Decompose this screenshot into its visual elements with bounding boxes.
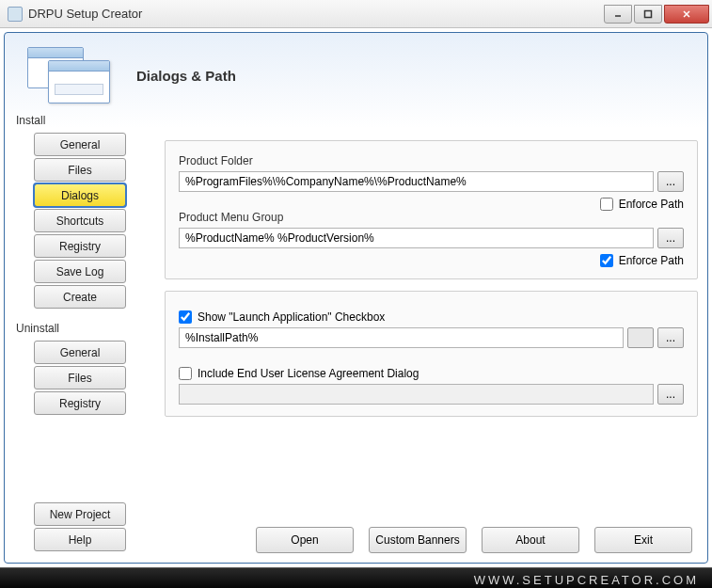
nav-install-create[interactable]: Create xyxy=(34,285,126,309)
nav-install-dialogs[interactable]: Dialogs xyxy=(34,183,126,207)
product-folder-enforce-label: Enforce Path xyxy=(619,198,684,211)
titlebar: DRPU Setup Creator xyxy=(0,0,712,28)
launch-app-path-input[interactable] xyxy=(179,327,624,348)
eula-browse[interactable]: ... xyxy=(657,384,684,405)
svg-rect-1 xyxy=(645,10,652,17)
minimize-button[interactable] xyxy=(604,5,632,24)
launch-app-picker[interactable] xyxy=(627,327,654,348)
action-exit[interactable]: Exit xyxy=(594,527,692,553)
launch-app-browse[interactable]: ... xyxy=(657,327,684,348)
nav-uninstall-general[interactable]: General xyxy=(34,341,126,364)
nav-help[interactable]: Help xyxy=(34,528,126,551)
options-panel: Show "Launch Application" Checkbox ... I… xyxy=(165,291,698,417)
install-group: Install GeneralFilesDialogsShortcutsRegi… xyxy=(14,112,146,310)
launch-app-checkbox[interactable] xyxy=(179,310,192,324)
body: Install GeneralFilesDialogsShortcutsRegi… xyxy=(14,112,698,553)
sidebar: Install GeneralFilesDialogsShortcutsRegi… xyxy=(14,112,146,553)
nav-uninstall-files[interactable]: Files xyxy=(34,366,126,389)
eula-label: Include End User License Agreement Dialo… xyxy=(198,367,419,380)
eula-checkbox[interactable] xyxy=(179,367,192,380)
maximize-button[interactable] xyxy=(634,5,662,24)
product-menu-enforce-checkbox[interactable] xyxy=(600,254,613,267)
app-icon xyxy=(8,7,23,22)
banner-windows-icon xyxy=(27,47,110,103)
page-title: Dialogs & Path xyxy=(136,68,236,84)
footer-text: WWW.SETUPCREATOR.COM xyxy=(474,573,699,587)
product-folder-browse[interactable]: ... xyxy=(657,171,684,192)
banner: Dialogs & Path xyxy=(14,39,698,112)
nav-uninstall-registry[interactable]: Registry xyxy=(34,391,126,415)
action-open[interactable]: Open xyxy=(256,527,354,553)
product-menu-input[interactable] xyxy=(179,228,654,248)
window-title: DRPU Setup Creator xyxy=(28,7,604,21)
action-bar: OpenCustom BannersAboutExit xyxy=(165,521,698,553)
nav-install-general[interactable]: General xyxy=(34,133,126,156)
content-frame: Dialogs & Path Install GeneralFilesDialo… xyxy=(4,32,708,564)
product-menu-browse[interactable]: ... xyxy=(657,228,684,248)
product-folder-label: Product Folder xyxy=(179,154,684,167)
eula-path-input xyxy=(179,384,654,405)
folders-panel: Product Folder ... Enforce Path Product … xyxy=(165,140,698,279)
main: Product Folder ... Enforce Path Product … xyxy=(165,112,698,553)
product-menu-enforce-label: Enforce Path xyxy=(619,254,684,267)
close-button[interactable] xyxy=(664,5,709,24)
nav-install-registry[interactable]: Registry xyxy=(34,234,126,258)
action-custom-banners[interactable]: Custom Banners xyxy=(369,527,467,553)
product-menu-label: Product Menu Group xyxy=(179,211,684,224)
nav-install-save-log[interactable]: Save Log xyxy=(34,260,126,283)
footer: WWW.SETUPCREATOR.COM xyxy=(0,567,712,588)
install-label: Install xyxy=(14,112,146,131)
uninstall-label: Uninstall xyxy=(14,320,146,339)
nav-new-project[interactable]: New Project xyxy=(34,502,126,526)
nav-install-shortcuts[interactable]: Shortcuts xyxy=(34,209,126,232)
product-folder-enforce-checkbox[interactable] xyxy=(600,198,613,211)
launch-app-label: Show "Launch Application" Checkbox xyxy=(198,310,385,324)
nav-install-files[interactable]: Files xyxy=(34,158,126,182)
window-controls xyxy=(604,5,709,24)
uninstall-group: Uninstall GeneralFilesRegistry xyxy=(14,320,146,417)
action-about[interactable]: About xyxy=(482,527,579,553)
sidebar-bottom: New ProjectHelp xyxy=(14,501,146,553)
product-folder-input[interactable] xyxy=(179,171,654,192)
